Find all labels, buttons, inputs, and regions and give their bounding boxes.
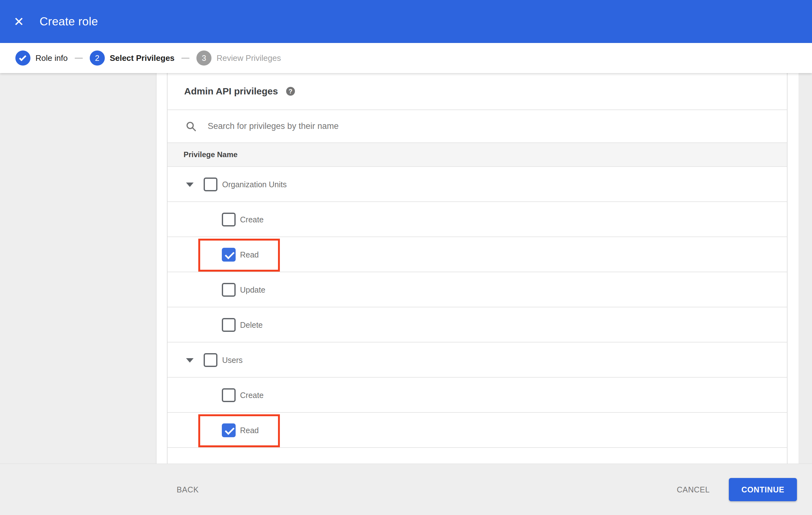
step-divider [181,58,190,59]
panel-heading: Admin API privileges ? [168,73,787,110]
row-label: Update [240,272,265,307]
privileges-panel: Admin API privileges ? Privilege Name Or… [167,73,787,463]
update-checkbox[interactable] [222,283,236,297]
highlight-annotation-box [198,414,280,447]
step2-number-badge: 2 [90,51,105,65]
step-divider [75,58,83,59]
step1-label: Role info [35,53,68,63]
search-icon [185,121,197,132]
row-label: Organization Units [222,167,287,202]
table-row: Create [168,202,787,237]
dialog-title: Create role [39,15,98,28]
search-input[interactable] [208,117,787,136]
step-role-info[interactable]: Role info [16,51,68,65]
scrollbar-track[interactable] [799,73,812,463]
table-row: Organization Units [168,167,787,202]
step-review-privileges: 3 Review Privileges [196,51,281,65]
organization-units-checkbox[interactable] [204,178,218,191]
delete-checkbox[interactable] [222,318,236,332]
table-row: Update [168,272,787,307]
stepper: Role info 2 Select Privileges 3 Review P… [0,43,812,73]
row-label: Read [240,237,259,272]
left-sidebar [0,73,156,463]
row-label: Create [240,202,264,237]
footer-bar: BACK CANCEL CONTINUE [0,463,812,515]
step2-label: Select Privileges [110,53,175,63]
table-row: Read [168,237,787,272]
read-checkbox[interactable] [222,248,236,262]
step-select-privileges[interactable]: 2 Select Privileges [90,51,175,65]
chevron-down-icon[interactable] [186,358,194,363]
users-checkbox[interactable] [204,353,218,367]
table-header: Privilege Name [168,143,787,167]
panel-title: Admin API privileges [184,86,278,97]
chevron-down-icon[interactable] [186,183,194,187]
row-label: Create [240,377,264,413]
check-icon [19,54,26,61]
highlight-annotation-box [198,239,280,272]
row-label: Users [222,342,242,377]
table-row [168,448,787,463]
row-label: Delete [240,307,263,342]
table-row: Users [168,342,787,377]
back-button[interactable]: BACK [174,464,201,515]
table-header-label: Privilege Name [183,150,237,159]
step1-complete-icon [16,51,30,65]
create-checkbox[interactable] [222,388,236,402]
table-row: Delete [168,307,787,342]
table-row: Create [168,377,787,413]
step3-label: Review Privileges [216,53,281,63]
cancel-button[interactable]: CANCEL [674,464,712,515]
continue-button[interactable]: CONTINUE [729,478,797,501]
help-icon[interactable]: ? [286,87,295,96]
create-checkbox[interactable] [222,213,236,226]
table-row: Read [168,413,787,448]
search-row [168,110,787,143]
app-bar: ✕ Create role [0,0,812,43]
row-label: Read [240,413,259,448]
step3-number-badge: 3 [196,51,211,65]
read-checkbox[interactable] [222,423,236,437]
close-icon[interactable]: ✕ [9,12,28,31]
